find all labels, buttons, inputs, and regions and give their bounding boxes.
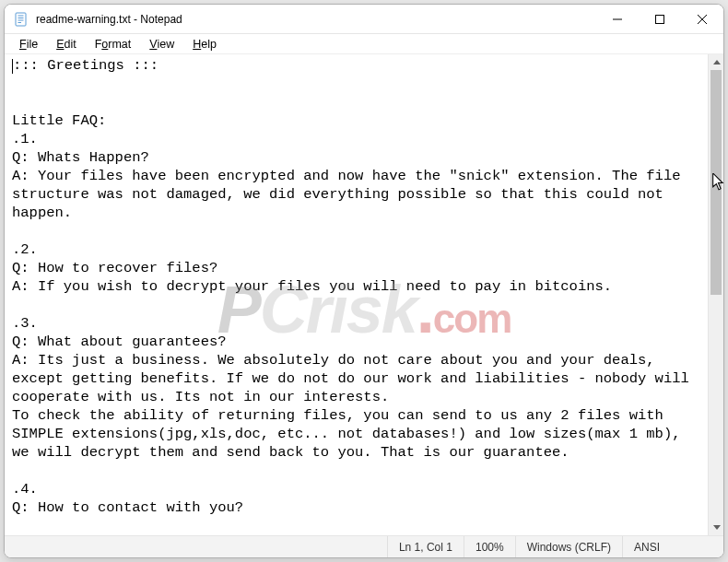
svg-rect-0 xyxy=(16,13,26,26)
svg-rect-6 xyxy=(656,16,664,24)
notepad-window: readme-warning.txt - Notepad File Edit F… xyxy=(4,4,724,558)
status-zoom: 100% xyxy=(464,536,515,557)
chevron-up-icon xyxy=(713,60,721,64)
menu-file[interactable]: File xyxy=(10,36,47,53)
maximize-icon xyxy=(655,15,664,24)
close-button[interactable] xyxy=(681,5,723,34)
status-encoding: ANSI xyxy=(622,536,723,557)
text-editor[interactable]: ::: Greetings ::: Little FAQ: .1. Q: Wha… xyxy=(5,54,708,535)
content-area: ::: Greetings ::: Little FAQ: .1. Q: Wha… xyxy=(5,54,723,535)
maximize-button[interactable] xyxy=(639,5,681,34)
scroll-up-button[interactable] xyxy=(709,54,724,70)
menu-edit[interactable]: Edit xyxy=(47,36,86,53)
document-body: ::: Greetings ::: Little FAQ: .1. Q: Wha… xyxy=(12,57,698,516)
minimize-icon xyxy=(613,15,622,24)
status-position: Ln 1, Col 1 xyxy=(387,536,464,557)
menu-format[interactable]: Format xyxy=(86,36,141,53)
scroll-track[interactable] xyxy=(709,70,723,520)
menu-view[interactable]: View xyxy=(140,36,183,53)
statusbar: Ln 1, Col 1 100% Windows (CRLF) ANSI xyxy=(5,535,723,557)
titlebar[interactable]: readme-warning.txt - Notepad xyxy=(5,5,723,34)
window-controls xyxy=(596,5,723,33)
scroll-down-button[interactable] xyxy=(709,520,724,535)
notepad-icon xyxy=(14,12,29,27)
menu-help[interactable]: Help xyxy=(183,36,226,53)
close-icon xyxy=(698,15,707,24)
scroll-thumb[interactable] xyxy=(710,70,722,295)
menubar: File Edit Format View Help xyxy=(5,34,723,54)
vertical-scrollbar[interactable] xyxy=(708,54,723,535)
status-line-ending: Windows (CRLF) xyxy=(515,536,622,557)
window-title: readme-warning.txt - Notepad xyxy=(36,13,596,26)
minimize-button[interactable] xyxy=(596,5,639,34)
chevron-down-icon xyxy=(713,525,721,530)
